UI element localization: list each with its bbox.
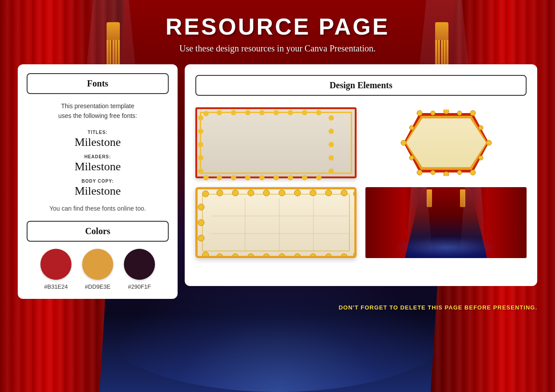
- svg-point-9: [329, 115, 334, 121]
- svg-point-64: [310, 254, 316, 256]
- page-subtitle: Use these design resources in your Canva…: [18, 43, 537, 54]
- svg-point-56: [341, 190, 347, 196]
- svg-point-48: [217, 190, 223, 196]
- svg-point-23: [198, 169, 203, 174]
- svg-point-24: [198, 155, 203, 161]
- body-font-name: Milestone: [27, 184, 169, 198]
- svg-point-37: [444, 172, 449, 176]
- svg-point-10: [329, 129, 334, 134]
- svg-point-13: [329, 169, 334, 174]
- svg-point-65: [294, 254, 301, 256]
- marquee-hexagon-icon: [365, 107, 527, 178]
- svg-point-18: [259, 175, 265, 180]
- color-item-red: #B31E24: [40, 249, 71, 290]
- svg-point-3: [245, 110, 250, 115]
- theater-stage-icon: [365, 187, 527, 258]
- svg-point-19: [245, 175, 250, 180]
- color-swatch-gold: [82, 249, 113, 280]
- svg-point-70: [217, 254, 223, 256]
- svg-point-31: [401, 140, 406, 145]
- design-elements-header: Design Elements: [195, 75, 527, 96]
- color-swatch-red: [40, 249, 71, 280]
- svg-point-61: [353, 252, 354, 256]
- svg-point-40: [409, 156, 414, 160]
- right-card: Design Elements: [185, 64, 537, 286]
- svg-point-47: [202, 191, 209, 197]
- svg-point-27: [198, 115, 203, 121]
- svg-point-52: [279, 190, 285, 196]
- svg-point-4: [259, 110, 265, 115]
- svg-point-33: [444, 110, 449, 114]
- design-elements-grid: [195, 103, 527, 263]
- svg-point-62: [341, 254, 347, 256]
- svg-point-17: [274, 175, 279, 180]
- svg-point-43: [479, 125, 483, 130]
- svg-point-50: [248, 190, 254, 196]
- body-font-row: BODY COPY: Milestone: [27, 179, 169, 198]
- svg-point-35: [486, 140, 492, 145]
- svg-point-57: [353, 191, 354, 197]
- svg-point-1: [217, 110, 222, 115]
- color-code-dark: #290F1F: [128, 283, 151, 290]
- svg-point-41: [431, 111, 435, 115]
- svg-point-5: [274, 110, 279, 115]
- svg-point-7: [302, 110, 307, 115]
- marquee-rectangle-icon: [195, 107, 357, 178]
- svg-point-34: [470, 110, 476, 116]
- svg-point-74: [198, 204, 204, 210]
- color-item-gold: #DD9E3E: [82, 249, 113, 290]
- svg-point-71: [202, 252, 209, 256]
- svg-point-32: [417, 110, 422, 116]
- hex-svg: [393, 110, 500, 176]
- headers-font-name: Milestone: [27, 160, 169, 173]
- marquee-wide-icon: [195, 187, 357, 258]
- left-card: Fonts This presentation template uses th…: [18, 64, 178, 299]
- svg-point-53: [294, 190, 301, 196]
- svg-point-36: [470, 170, 476, 175]
- titles-font-name: Milestone: [27, 136, 169, 149]
- svg-point-20: [231, 175, 236, 180]
- color-item-dark: #290F1F: [124, 249, 155, 290]
- headers-label: HEADERS:: [27, 154, 169, 159]
- svg-point-67: [263, 254, 270, 256]
- svg-point-22: [203, 175, 209, 180]
- fonts-note: You can find these fonts online too.: [27, 205, 169, 212]
- svg-point-68: [248, 254, 254, 256]
- svg-point-25: [198, 142, 203, 147]
- svg-point-15: [302, 175, 307, 180]
- svg-point-14: [316, 175, 321, 180]
- svg-marker-30: [406, 118, 486, 167]
- svg-point-49: [232, 190, 238, 196]
- svg-point-66: [279, 254, 285, 256]
- svg-point-38: [417, 170, 422, 175]
- svg-point-69: [232, 254, 238, 256]
- titles-font-row: TITLES: Milestone: [27, 130, 169, 149]
- marquee-rect-bulbs: [197, 109, 355, 176]
- svg-point-26: [198, 129, 203, 134]
- fonts-description: This presentation template uses the foll…: [27, 101, 169, 121]
- svg-point-39: [409, 125, 414, 130]
- color-swatch-dark: [124, 249, 155, 280]
- color-code-red: #B31E24: [44, 283, 68, 290]
- svg-point-46: [457, 170, 462, 175]
- svg-point-72: [198, 235, 204, 241]
- colors-header: Colors: [27, 221, 169, 242]
- wide-marquee-grid: [211, 198, 349, 251]
- fonts-header: Fonts: [27, 73, 169, 94]
- svg-point-45: [431, 170, 435, 175]
- svg-point-44: [479, 156, 483, 160]
- svg-point-42: [457, 111, 462, 115]
- body-label: BODY COPY:: [27, 179, 169, 184]
- content-wrapper: RESOURCE PAGE Use these design resources…: [0, 0, 555, 320]
- svg-point-55: [325, 190, 332, 196]
- svg-point-2: [231, 110, 236, 115]
- svg-point-21: [217, 175, 222, 180]
- svg-point-54: [310, 190, 316, 196]
- cards-row: Fonts This presentation template uses th…: [18, 64, 537, 299]
- bottom-note: DON'T FORGET TO DELETE THIS PAGE BEFORE …: [18, 304, 537, 311]
- headers-font-row: HEADERS: Milestone: [27, 154, 169, 173]
- colors-row: #B31E24 #DD9E3E #290F1F: [27, 249, 169, 290]
- titles-label: TITLES:: [27, 130, 169, 135]
- svg-point-73: [198, 220, 204, 226]
- color-code-gold: #DD9E3E: [85, 283, 111, 290]
